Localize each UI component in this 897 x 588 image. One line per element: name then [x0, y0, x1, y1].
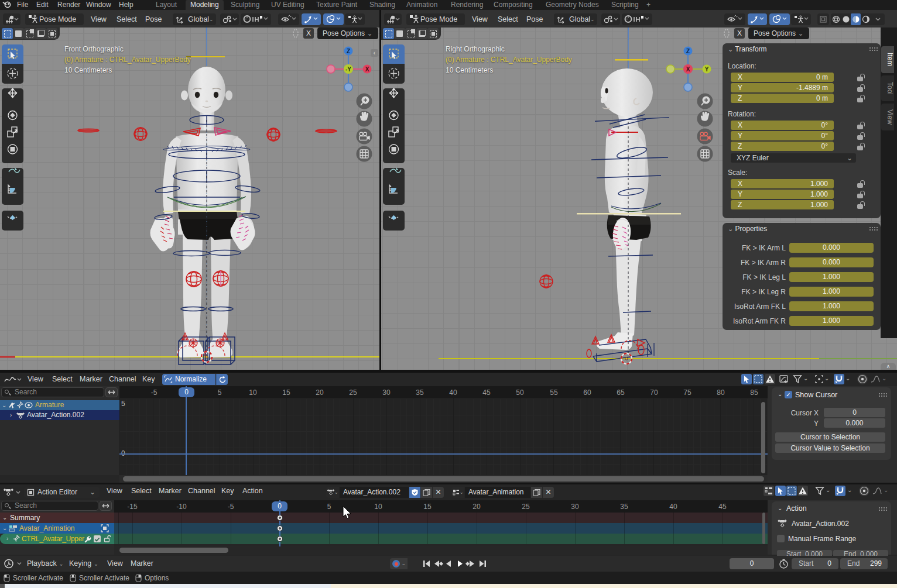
- svg-text:Z: Z: [686, 48, 690, 54]
- svg-text:X: X: [365, 66, 369, 73]
- svg-text:Y: Y: [705, 66, 709, 73]
- svg-text:Z: Z: [347, 48, 350, 54]
- svg-text:X: X: [686, 66, 690, 73]
- svg-text:-Y: -Y: [345, 66, 351, 73]
